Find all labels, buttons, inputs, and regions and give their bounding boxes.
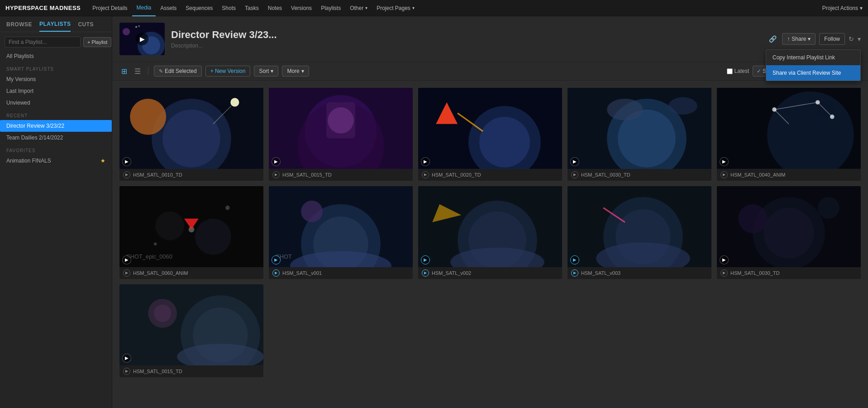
nav-items: Project Details Media Assets Sequences S… — [88, 0, 822, 16]
svg-point-20 — [479, 117, 530, 168]
main-layout: BROWSE PLAYLISTS CUTS + Playlist All Pla… — [0, 16, 868, 408]
nav-assets[interactable]: Assets — [156, 0, 181, 16]
follow-button[interactable]: Follow — [819, 33, 845, 45]
copy-internal-link-item[interactable]: Copy Internal Playlist Link — [766, 50, 860, 65]
sidebar-team-dailies[interactable]: Team Dailies 2/14/2022 — [0, 132, 112, 144]
nav-notes[interactable]: Notes — [263, 0, 286, 16]
video-label-10: ▶ HSM_SATL_0015_TD — [119, 365, 263, 377]
sidebar-tabs: BROWSE PLAYLISTS CUTS — [0, 16, 112, 32]
play-icon: ▶ — [140, 35, 145, 43]
grid-icon: ⊞ — [121, 67, 127, 75]
playlist-thumbnail[interactable]: ▶ — [119, 23, 165, 55]
share-dropdown: Copy Internal Playlist Link Share via Cl… — [766, 49, 861, 81]
star-icon: ★ — [100, 158, 105, 164]
nav-tasks[interactable]: Tasks — [240, 0, 263, 16]
video-card-9[interactable]: ▶ ▶ HSM_SATL_0030_TD — [717, 186, 861, 279]
play-sm-2: ▶ — [422, 171, 429, 178]
latest-checkbox-label[interactable]: Latest — [727, 68, 749, 74]
new-version-button[interactable]: + New Version — [205, 66, 251, 77]
svg-point-48 — [301, 201, 323, 222]
playlist-search-input[interactable] — [5, 37, 81, 48]
play-icon-5: ▶ — [122, 255, 131, 264]
other-arrow-icon: ▾ — [365, 5, 367, 10]
share-client-review-item[interactable]: Share via Client Review Site — [766, 65, 860, 81]
video-label-5: ▶ HSM_SATL_0060_ANIM — [119, 267, 263, 279]
play-sm-6: ▶ — [272, 269, 280, 277]
add-playlist-button[interactable]: + Playlist — [83, 37, 111, 47]
svg-point-10 — [130, 99, 166, 135]
project-actions-arrow-icon: ▾ — [860, 5, 863, 11]
refresh-button[interactable]: ↻ — [849, 35, 854, 43]
nav-project-details[interactable]: Project Details — [88, 0, 132, 16]
video-thumb-8: ▶ — [568, 186, 711, 267]
svg-point-64 — [818, 197, 839, 219]
sidebar-my-versions[interactable]: My Versions — [0, 73, 112, 85]
nav-shots[interactable]: Shots — [217, 0, 240, 16]
video-label-9: ▶ HSM_SATL_0030_TD — [717, 267, 861, 279]
latest-checkbox[interactable] — [727, 68, 733, 74]
video-card-5[interactable]: SHOT_epic_0060 ▶ ▶ HSM_SATL_0060_ANIM — [119, 186, 263, 279]
play-sm-7: ▶ — [422, 269, 429, 277]
sidebar-smart-playlists-label: SMART PLAYLISTS — [0, 62, 112, 73]
video-card-0[interactable]: ▶ ▶ HSM_SATL_0010_TD — [119, 88, 263, 181]
tab-playlists[interactable]: PLAYLISTS — [39, 21, 71, 32]
project-actions-button[interactable]: Project Actions ▾ — [822, 5, 863, 11]
video-card-10[interactable]: ▶ ▶ HSM_SATL_0015_TD — [119, 284, 263, 377]
sort-arrow-icon: ▾ — [271, 68, 273, 74]
play-icon-2: ▶ — [421, 157, 430, 166]
link-icon: 🔗 — [769, 35, 777, 43]
video-thumb-2: ▶ — [418, 88, 562, 169]
more-button[interactable]: More ▾ — [282, 66, 309, 77]
playlist-description: Description... — [171, 43, 761, 49]
video-card-3[interactable]: ▶ ▶ HSM_SATL_0030_TD — [568, 88, 711, 181]
play-sm-4: ▶ — [720, 171, 728, 178]
video-card-2[interactable]: ▶ ▶ HSM_SATL_0020_TD — [418, 88, 562, 181]
sidebar-favorites-label: FAVORITES — [0, 144, 112, 155]
video-label-2: ▶ HSM_SATL_0020_TD — [418, 169, 562, 181]
sidebar-last-import[interactable]: Last Import — [0, 85, 112, 97]
nav-versions[interactable]: Versions — [286, 0, 316, 16]
nav-other[interactable]: Other ▾ — [345, 0, 372, 16]
link-button[interactable]: 🔗 — [767, 34, 778, 44]
sidebar-animation-finals[interactable]: Animation FINALS ★ — [0, 155, 112, 167]
chevron-down-icon: ▾ — [858, 35, 861, 43]
video-card-8[interactable]: ▶ ▶ HSM_SATL_v003 — [568, 186, 711, 279]
top-nav: HYPERSPACE MADNESS Project Details Media… — [0, 0, 868, 16]
svg-point-42 — [155, 211, 184, 240]
sidebar-all-playlists[interactable]: All Playlists — [0, 50, 112, 62]
video-card-4[interactable]: ▶ ▶ HSM_SATL_0040_ANIM — [717, 88, 861, 181]
video-card-1[interactable]: ▶ ▶ HSM_SATL_0015_TD — [269, 88, 413, 181]
thumb-play-button[interactable]: ▶ — [136, 33, 148, 45]
sidebar-search-row: + Playlist — [0, 32, 112, 50]
play-sm-1: ▶ — [272, 171, 280, 178]
playlist-title: Director Review 3/23... — [171, 29, 761, 41]
tab-cuts[interactable]: CUTS — [78, 21, 94, 31]
svg-point-41 — [195, 219, 231, 255]
svg-point-63 — [738, 204, 767, 233]
play-icon-1: ▶ — [272, 157, 281, 166]
video-card-7[interactable]: ▶ ▶ HSM_SATL_v002 — [418, 186, 562, 279]
collapse-button[interactable]: ▾ — [858, 35, 861, 43]
svg-point-62 — [763, 208, 814, 259]
nav-project-pages[interactable]: Project Pages ▾ — [372, 0, 419, 16]
nav-sequences[interactable]: Sequences — [181, 0, 217, 16]
svg-point-27 — [668, 97, 697, 115]
play-icon-7: ▶ — [421, 255, 430, 264]
playlist-header: ▶ Director Review 3/23... Description...… — [112, 16, 868, 62]
share-button[interactable]: ↑ Share ▾ — [782, 33, 816, 45]
grid-view-button[interactable]: ⊞ — [119, 66, 129, 77]
sidebar-unviewed[interactable]: Unviewed — [0, 97, 112, 109]
brand-logo: HYPERSPACE MADNESS — [5, 5, 81, 11]
sidebar-director-review[interactable]: Director Review 3/23/22 — [0, 120, 112, 132]
nav-playlists[interactable]: Playlists — [316, 0, 345, 16]
svg-point-35 — [830, 115, 835, 119]
video-thumb-5: SHOT_epic_0060 ▶ — [119, 186, 263, 267]
tab-browse[interactable]: BROWSE — [6, 21, 32, 31]
play-sm-8: ▶ — [571, 269, 578, 277]
nav-media[interactable]: Media — [132, 0, 156, 16]
sort-button[interactable]: Sort ▾ — [254, 66, 278, 77]
edit-selected-button[interactable]: ✎ Edit Selected — [154, 66, 202, 77]
content-area: ▶ Director Review 3/23... Description...… — [112, 16, 868, 408]
video-card-6[interactable]: SHOT ▶ ▶ HSM_SATL_v001 — [269, 186, 413, 279]
list-view-button[interactable]: ☰ — [133, 66, 143, 77]
